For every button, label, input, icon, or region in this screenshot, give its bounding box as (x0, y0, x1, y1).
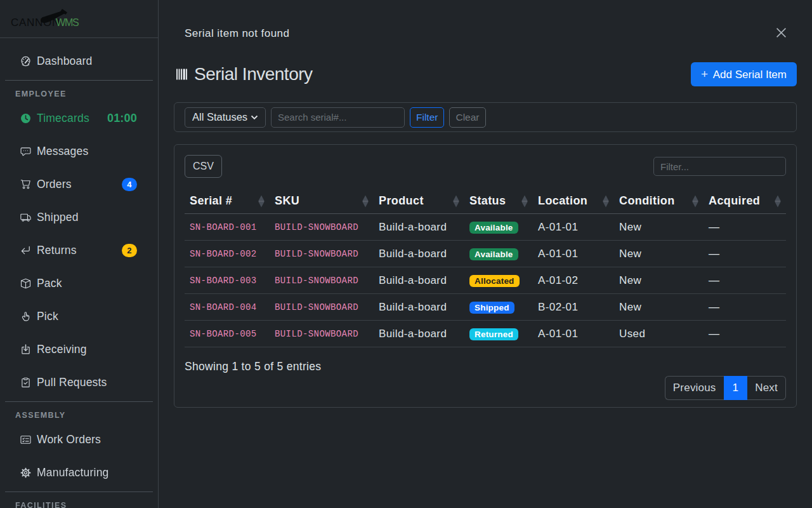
svg-text:S: S (72, 17, 79, 28)
svg-text:WM: WM (56, 17, 73, 28)
